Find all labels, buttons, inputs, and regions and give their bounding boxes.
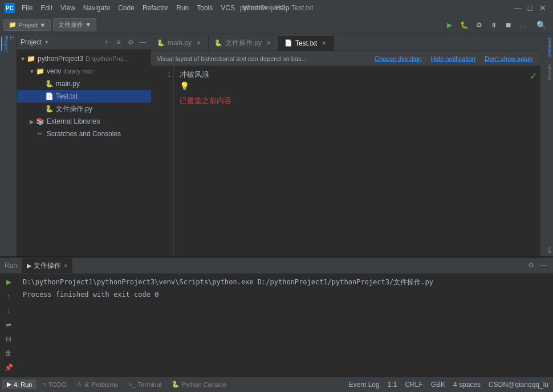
- hide-panel-button[interactable]: —: [137, 37, 148, 47]
- tree-test-txt[interactable]: 📄 Test.txt: [17, 90, 151, 103]
- cursor-position[interactable]: 1:1: [385, 381, 400, 389]
- line-separator-status[interactable]: CRLF: [402, 381, 425, 389]
- stop-button[interactable]: ⏹: [502, 18, 515, 32]
- terminal-command-line: D:\pythonProject1\pythonProject3\venv\Sc…: [23, 277, 547, 287]
- sidebar-project-icon[interactable]: 1: Project: [1, 36, 16, 51]
- run-tab[interactable]: ▶ 文件操作 ✕: [22, 258, 72, 273]
- file-tree-content: ▼ 📁 pythonProject3 D:\pythonProj... ▼ 📁 …: [17, 50, 151, 256]
- indent-status[interactable]: 4 spaces: [451, 381, 483, 389]
- menu-navigate[interactable]: Navigate: [80, 3, 113, 13]
- venv-folder-icon: 📁: [35, 67, 44, 76]
- folder-icon: 📁: [9, 21, 17, 28]
- rerun-button[interactable]: ♻: [472, 18, 486, 32]
- scratches-icon: ✏: [35, 129, 44, 138]
- maximize-button[interactable]: □: [524, 2, 536, 14]
- menu-vcs[interactable]: VCS: [217, 3, 238, 13]
- hide-notification-button[interactable]: Hide notification: [429, 55, 478, 63]
- tree-venv[interactable]: ▼ 📁 venv library root: [17, 65, 151, 77]
- bottom-toolbar: ▶ 4: Run ≡ TODO ⚠ 6: Problems >_ Termina…: [0, 376, 553, 392]
- run-toolbar-tab[interactable]: ▶ 4: Run: [2, 379, 36, 389]
- more-options-button[interactable]: …: [517, 18, 530, 32]
- project-dropdown-button[interactable]: 📁 Project ▼: [3, 19, 51, 31]
- left-sidebar: 1: Project: [0, 34, 17, 256]
- tree-file-ops-py[interactable]: 🐍 文件操作.py: [17, 103, 151, 115]
- tab-test-txt-close[interactable]: ✕: [320, 39, 328, 47]
- file-tree-header: Project ▼ + ≡ ⚙ —: [17, 34, 151, 50]
- collapse-button[interactable]: ≡: [113, 37, 124, 47]
- bottom-gear: ⚙ —: [526, 260, 548, 271]
- run-tab-label: 文件操作: [34, 261, 61, 271]
- editor-text-area[interactable]: 冲破风浪 💡 已覆盖之前内容: [174, 66, 540, 256]
- tab-file-ops-py[interactable]: 🐍 文件操作.py ✕: [209, 35, 279, 51]
- new-file-button[interactable]: +: [101, 37, 112, 47]
- tree-scratches[interactable]: ✏ Scratches and Consoles: [17, 128, 151, 140]
- file-tree-header-icons: + ≡ ⚙ —: [101, 37, 148, 47]
- settings-icon[interactable]: ⚙: [125, 37, 136, 47]
- main-py-label: main.py: [56, 80, 80, 88]
- tree-root[interactable]: ▼ 📁 pythonProject3 D:\pythonProj...: [17, 52, 151, 65]
- main-py-icon: 🐍: [44, 79, 54, 88]
- tab-main-py-close[interactable]: ✕: [194, 39, 202, 47]
- toolbar: 📁 Project ▼ 文件操作 ▼ ▶ 🐛 ♻ ⏸ ⏹ … 🔍: [0, 16, 553, 34]
- settings-button[interactable]: ⚙: [526, 260, 536, 271]
- terminal-toolbar-tab[interactable]: >_ Terminal: [124, 380, 166, 389]
- pin-icon[interactable]: 📌: [2, 361, 15, 374]
- event-log-button[interactable]: Event Log: [347, 381, 382, 389]
- line-number-1: 1: [153, 70, 171, 80]
- bottom-left-icons: ▶ ↑ ↓ ⇌ ⊟ 🗑 📌: [0, 273, 17, 376]
- app-logo: PC: [5, 3, 15, 13]
- pause-button[interactable]: ⏸: [487, 18, 501, 32]
- run-button[interactable]: ▶: [442, 18, 456, 32]
- right-sidebar-database[interactable]: Database: [541, 34, 552, 60]
- search-button[interactable]: 🔍: [532, 19, 550, 31]
- file-operations-button[interactable]: 文件操作 ▼: [53, 18, 96, 31]
- scroll-up-button[interactable]: ↑: [2, 290, 15, 303]
- close-button[interactable]: ✕: [537, 2, 548, 14]
- venv-arrow: ▼: [29, 68, 35, 75]
- menu-view[interactable]: View: [57, 3, 79, 13]
- right-sidebar-sciview[interactable]: SciView: [541, 60, 552, 83]
- editor-content: 1 冲破风浪 💡 已覆盖之前内容 ✓: [151, 66, 540, 256]
- menu-tools[interactable]: Tools: [193, 3, 216, 13]
- minimize-panel-button[interactable]: —: [538, 260, 548, 271]
- scratches-label: Scratches and Consoles: [47, 130, 121, 138]
- run-buttons: ▶ 🐛 ♻ ⏸ ⏹ …: [442, 18, 530, 32]
- terminal-toolbar-label: Terminal: [138, 381, 162, 388]
- wrap-icon[interactable]: ⇌: [2, 318, 15, 331]
- encoding-status[interactable]: GBK: [429, 381, 448, 389]
- menu-code[interactable]: Code: [115, 3, 138, 13]
- editor-area: 🐍 main.py ✕ 🐍 文件操作.py ✕ 📄 Test.txt ✕ Vis…: [151, 34, 540, 256]
- filter-icon[interactable]: ⊟: [2, 333, 15, 345]
- editor-overwritten-text: 已覆盖之前内容: [180, 96, 535, 106]
- problems-toolbar-tab[interactable]: ⚠ 6: Problems: [72, 379, 123, 389]
- tab-main-py-icon: 🐍: [157, 39, 165, 47]
- user-label: CSDN@qianqqq_lu: [486, 381, 551, 389]
- rerun-bottom-button[interactable]: ▶: [2, 276, 15, 288]
- run-tab-close[interactable]: ✕: [63, 263, 68, 269]
- minimize-button[interactable]: —: [512, 2, 523, 14]
- menu-refactor[interactable]: Refactor: [139, 3, 172, 13]
- python-console-toolbar-tab[interactable]: 🐍 Python Console: [167, 379, 231, 389]
- tree-external-libs[interactable]: ▶ 📚 External Libraries: [17, 115, 151, 128]
- tab-test-txt-icon: 📄: [284, 39, 292, 47]
- tree-main-py[interactable]: 🐍 main.py: [17, 77, 151, 90]
- python-console-icon: 🐍: [172, 381, 180, 388]
- file-tree-project: ▼: [44, 39, 49, 45]
- choose-direction-button[interactable]: Choose direction: [372, 55, 424, 63]
- debug-button[interactable]: 🐛: [457, 18, 471, 32]
- dont-show-again-button[interactable]: Don't show again: [482, 55, 535, 63]
- right-sidebar-git[interactable]: Git: [541, 244, 552, 256]
- scroll-down-button[interactable]: ↓: [2, 304, 15, 317]
- tab-file-ops-py-close[interactable]: ✕: [265, 39, 273, 47]
- menu-edit[interactable]: Edit: [37, 3, 56, 13]
- ext-libs-icon: 📚: [35, 117, 44, 126]
- status-bar: Event Log 1:1 CRLF GBK 4 spaces CSDN@qia…: [347, 381, 551, 389]
- todo-toolbar-tab[interactable]: ≡ TODO: [38, 380, 71, 389]
- terminal-output: D:\pythonProject1\pythonProject3\venv\Sc…: [17, 273, 553, 376]
- tab-main-py[interactable]: 🐍 main.py ✕: [151, 35, 209, 51]
- clear-icon[interactable]: 🗑: [2, 347, 15, 360]
- tab-test-txt[interactable]: 📄 Test.txt ✕: [279, 35, 334, 51]
- menu-run[interactable]: Run: [173, 3, 192, 13]
- menu-file[interactable]: File: [18, 3, 36, 13]
- terminal-toolbar-icon: >_: [128, 381, 136, 388]
